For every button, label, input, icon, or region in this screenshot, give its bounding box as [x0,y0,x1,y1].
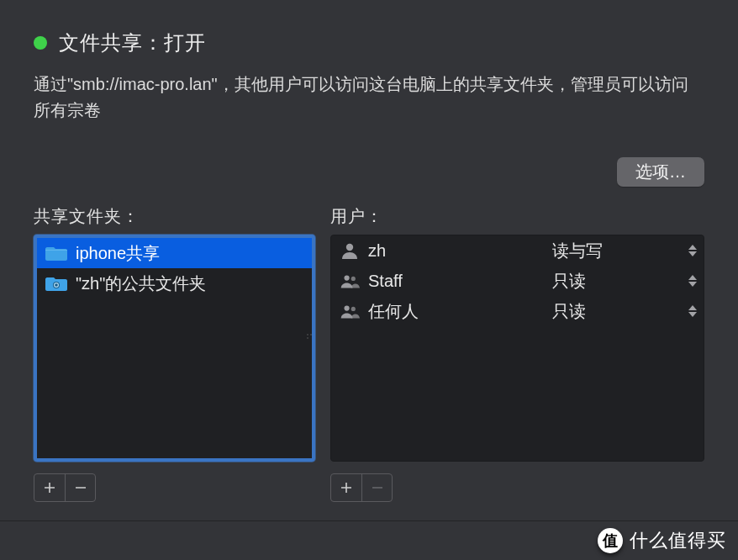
folder-icon [45,245,67,262]
add-user-button[interactable] [331,474,361,501]
chevron-updown-icon [688,245,697,256]
folders-label: 共享文件夹： [34,205,315,228]
permission-value: 只读 [552,300,586,323]
permission-select[interactable]: 读与写 [546,235,704,266]
folder-row[interactable]: iphone共享 [37,238,312,268]
group-icon [340,303,360,320]
permission-value: 只读 [552,270,586,293]
folder-row[interactable]: "zh"的公共文件夹 [37,268,312,298]
user-name: Staff [368,272,403,291]
svg-point-2 [344,275,349,280]
users-add-remove [330,473,393,502]
chevron-updown-icon [688,305,697,317]
watermark-text: 什么值得买 [630,528,726,553]
user-row[interactable]: zh [331,235,546,266]
status-indicator [34,36,47,50]
add-folder-button[interactable] [34,474,65,501]
watermark-badge-icon: 值 [598,528,623,553]
sharing-description: 通过"smb://imac-pro.lan"，其他用户可以访问这台电脑上的共享文… [34,71,704,124]
svg-point-5 [351,307,356,311]
permission-select[interactable]: 只读 [546,266,704,296]
remove-user-button [361,474,392,501]
svg-point-1 [346,244,353,251]
users-list[interactable]: zh Staff 任何人 读与写 [330,235,704,462]
options-button[interactable]: 选项… [617,157,704,187]
user-row[interactable]: 任何人 [331,296,546,326]
user-icon [340,242,360,259]
folders-add-remove [34,473,96,502]
remove-folder-button[interactable] [65,474,95,501]
shared-folders-list[interactable]: iphone共享 "zh"的公共文件夹 [34,235,315,462]
chevron-updown-icon [688,275,697,287]
user-name: 任何人 [368,300,419,323]
group-icon [340,272,360,289]
folder-name: "zh"的公共文件夹 [76,272,206,295]
user-name: zh [368,241,386,261]
user-row[interactable]: Staff [331,266,546,296]
page-title: 文件共享：打开 [59,29,206,56]
divider [0,520,738,521]
folder-icon [45,275,67,292]
watermark: 值 什么值得买 [598,528,726,553]
svg-point-3 [351,277,356,281]
permission-select[interactable]: 只读 [546,296,704,326]
permission-value: 读与写 [552,240,603,262]
svg-point-4 [344,305,349,310]
folder-name: iphone共享 [76,242,160,265]
users-label: 用户： [330,205,704,228]
